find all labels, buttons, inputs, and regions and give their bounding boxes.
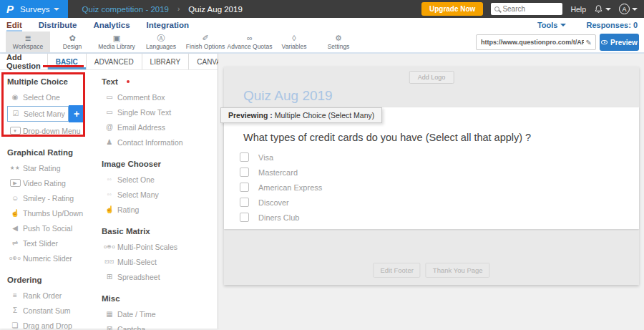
menu-item-analytics[interactable]: Analytics [93, 21, 130, 29]
question-type-multi-select[interactable]: ⊡⊡Multi-Select [102, 254, 218, 269]
answer-option-visa[interactable]: Visa [240, 150, 639, 165]
thumbs-up-down-icon: ☝ [7, 210, 23, 217]
question-type-multi-point-scales[interactable]: o⊕oMulti-Point Scales [102, 239, 218, 254]
section-title: Text [102, 77, 218, 86]
answer-option-discover[interactable]: Discover [240, 195, 639, 210]
checkbox[interactable] [240, 168, 249, 177]
help-link[interactable]: Help [570, 5, 586, 14]
question-type-label: Video Rating [23, 179, 66, 188]
breadcrumb-survey-name[interactable]: Quiz competition - 2019 [82, 5, 169, 14]
tab-advanced[interactable]: ADVANCED [86, 54, 142, 69]
question-type-smiley-rating[interactable]: ☺Smiley - Rating [7, 190, 92, 205]
checkbox[interactable] [240, 198, 249, 207]
menu-item-distribute[interactable]: Distribute [39, 21, 77, 29]
question-type-push-to-social[interactable]: ◀Push To Social [7, 220, 92, 236]
media-library-icon: ▣ [113, 34, 120, 42]
responses-count[interactable]: Responses: 0 [586, 21, 638, 29]
question-type-text-slider[interactable]: ⇌Text Slider [7, 236, 92, 251]
search-input[interactable] [502, 5, 559, 13]
account-menu[interactable]: A [619, 4, 638, 14]
thank-you-page-button[interactable]: Thank You Page [426, 263, 490, 278]
toolbar-item-label: Finish Options [186, 43, 225, 50]
tools-label: Tools [537, 21, 558, 29]
preview-button[interactable]: Preview [600, 34, 639, 51]
menu-item-edit[interactable]: Edit [6, 21, 22, 29]
question-type-drag-and-drop[interactable]: ❏Drag and Drop [7, 318, 92, 330]
edit-url-pencil-icon[interactable]: ✎ [586, 39, 595, 47]
surveys-menu[interactable]: Surveys [20, 5, 59, 14]
tab-items: BASICADVANCEDLIBRARYCANVAS [47, 54, 235, 69]
question-type-video-rating[interactable]: ▶Video Rating [7, 175, 92, 190]
toolbar-item-finish-options[interactable]: ✐Finish Options [183, 31, 228, 52]
checkbox[interactable] [240, 152, 249, 162]
toolbar-item-design[interactable]: ✿Design [50, 31, 94, 52]
question-types-column-2: Text▭Comment Box▭Single Row Text@Email A… [102, 72, 218, 330]
question-type-select-one[interactable]: ▫▫Select One [102, 172, 218, 187]
workspace-icon: ≣ [24, 34, 31, 42]
question-type-contact-information[interactable]: ♟Contact Information [102, 135, 218, 150]
section-text: Text▭Comment Box▭Single Row Text@Email A… [102, 77, 218, 150]
question-type-captcha[interactable]: ⊠Captcha [102, 321, 218, 330]
question-types-column-1: Multiple Choice◉Select One☑Select Many+▾… [7, 72, 92, 330]
annotation-underline [43, 65, 84, 67]
question-type-label: Rank Order [23, 291, 62, 300]
question-type-rank-order[interactable]: ≡Rank Order [7, 288, 92, 303]
question-type-drop-down-menu[interactable]: ▾Drop-down Menu [7, 123, 92, 138]
toolbar-item-label: Languages [146, 43, 176, 50]
tab-library[interactable]: LIBRARY [142, 54, 189, 69]
toolbar-item-settings[interactable]: ⚙Settings [316, 31, 361, 52]
chevron-down-icon [560, 24, 566, 26]
menu-item-integration[interactable]: Integration [147, 21, 189, 29]
toolbar-item-media-library[interactable]: ▣Media Library [94, 31, 139, 52]
image-rating-icon: ☝ [102, 206, 117, 213]
tab-basic[interactable]: BASIC [47, 54, 86, 69]
question-type-label: Select One [117, 175, 155, 184]
toolbar-item-variables[interactable]: ◊Variables [272, 31, 316, 52]
question-type-constant-sum[interactable]: ΣConstant Sum [7, 303, 92, 318]
checkbox[interactable] [240, 213, 249, 222]
menu-items: EditDistributeAnalyticsIntegration [6, 21, 189, 29]
questionpro-logo-icon[interactable]: P [6, 3, 14, 15]
question-type-label: Captcha [117, 325, 145, 330]
image-select-many-icon: ▫▫ [102, 192, 117, 198]
question-type-select-many[interactable]: ▫▫Select Many [102, 187, 218, 202]
question-type-thumbs-up-down[interactable]: ☝Thumbs Up/Down [7, 205, 92, 220]
answer-option-american-express[interactable]: American Express [240, 180, 639, 195]
question-type-select-one[interactable]: ◉Select One [7, 89, 92, 105]
survey-url-input[interactable] [477, 39, 586, 46]
add-question-plus-button[interactable]: + [69, 105, 84, 122]
dropdown-menu-icon: ▾ [10, 127, 21, 135]
question-type-numeric-slider[interactable]: o⊕oNumeric Slider [7, 251, 92, 266]
previewing-tooltip: Previewing : Multiple Choice (Select Man… [220, 107, 382, 123]
answer-option-diners-club[interactable]: Diners Club [240, 210, 639, 225]
upgrade-now-button[interactable]: Upgrade Now [421, 2, 483, 16]
edit-footer-button[interactable]: Edit Footer [373, 263, 420, 278]
question-type-single-row-text[interactable]: ▭Single Row Text [102, 105, 218, 120]
breadcrumb-page-name: Quiz Aug 2019 [188, 5, 242, 14]
question-type-spreadsheet[interactable]: ⊞Spreadsheet [102, 269, 218, 284]
toolbar-item-workspace[interactable]: ≣Workspace [6, 31, 50, 52]
surveys-menu-label: Surveys [20, 5, 50, 14]
answer-option-mastercard[interactable]: Mastercard [240, 165, 639, 180]
notifications-menu[interactable] [594, 4, 611, 14]
answer-option-label: American Express [258, 183, 322, 192]
answer-options: VisaMastercardAmerican ExpressDiscoverDi… [240, 150, 639, 225]
tools-menu[interactable]: Tools [537, 21, 567, 29]
toolbar-item-advance-quotas[interactable]: ∞Advance Quotas [228, 31, 272, 52]
toolbar-item-languages[interactable]: ⒶLanguages [139, 31, 183, 52]
question-type-star-rating[interactable]: ★★Star Rating [7, 160, 92, 175]
breadcrumb-separator: › [177, 5, 180, 13]
toolbar-item-label: Workspace [13, 43, 43, 50]
settings-icon: ⚙ [335, 34, 342, 42]
previewing-tooltip-label: Previewing : [228, 111, 273, 120]
question-type-comment-box[interactable]: ▭Comment Box [102, 89, 218, 105]
checkbox[interactable] [240, 183, 249, 192]
question-type-date-time[interactable]: ▦Date / Time [102, 306, 218, 321]
question-type-select-many[interactable]: ☑Select Many+ [7, 105, 92, 122]
preview-button-label: Preview [610, 39, 638, 47]
question-type-rating[interactable]: ☝Rating [102, 202, 218, 217]
toolbar-item-label: Settings [328, 43, 350, 50]
add-logo-button[interactable]: Add Logo [409, 71, 454, 84]
question-type-email-address[interactable]: @Email Address [102, 120, 218, 135]
push-to-social-icon: ◀ [7, 225, 23, 232]
